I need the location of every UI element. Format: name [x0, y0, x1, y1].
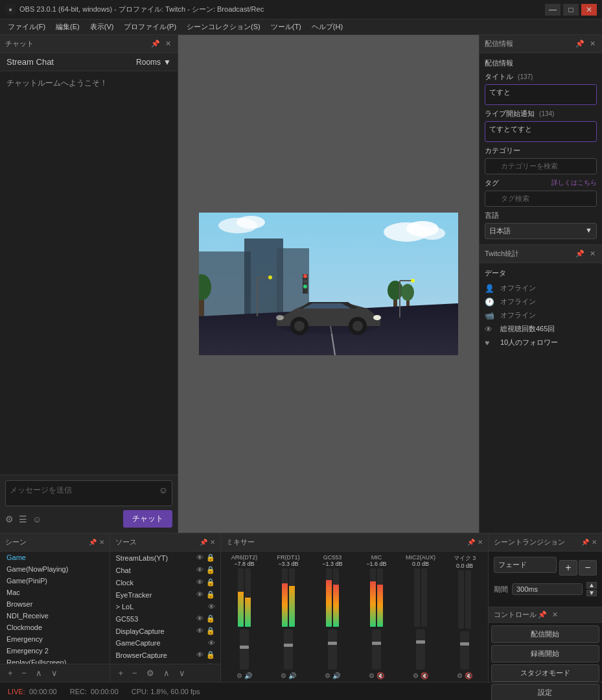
scene-item-replayfullscreen[interactable]: Replay(Fullscreen)	[0, 657, 110, 664]
ch4-fader[interactable]	[372, 629, 381, 670]
menu-help[interactable]: ヘルプ(H)	[307, 19, 348, 34]
stream-chat-tab[interactable]: Stream Chat	[6, 57, 54, 67]
source-lock-icon[interactable]: 🔒	[206, 554, 215, 562]
control-pin-icon[interactable]: 📌	[537, 611, 548, 619]
ch6-settings-icon[interactable]: ⚙	[457, 672, 463, 679]
ch5-mute-icon[interactable]: 🔇	[421, 672, 428, 679]
menu-view[interactable]: 表示(V)	[85, 19, 119, 34]
close-button[interactable]: ✕	[581, 4, 597, 16]
stream-info-close-icon[interactable]: ✕	[588, 40, 597, 48]
source-item-lol[interactable]: > LoL 👁	[110, 601, 220, 612]
scenes-pin-icon[interactable]: 📌	[89, 539, 97, 546]
tag-detail-link[interactable]: 詳しくはこちら	[551, 178, 597, 187]
category-search-input[interactable]: カテゴリーを検索	[485, 158, 597, 174]
start-stream-button[interactable]: 配信開始	[491, 625, 599, 643]
source-lock-icon-bc[interactable]: 🔒	[206, 651, 215, 659]
ch4-mute-icon[interactable]: 🔇	[376, 672, 384, 679]
duration-up-button[interactable]: ▲	[586, 582, 597, 589]
duration-down-button[interactable]: ▼	[586, 590, 597, 596]
chat-pin-button[interactable]: 📌	[150, 40, 161, 48]
source-eye-icon-chat[interactable]: 👁	[196, 566, 203, 574]
ch3-settings-icon[interactable]: ⚙	[325, 672, 330, 679]
source-item-eyetracker[interactable]: EyeTracker 👁 🔒	[110, 589, 220, 601]
transition-remove-button[interactable]: −	[579, 560, 597, 576]
source-item-browser[interactable]: BrowserCapture 👁 🔒	[110, 649, 220, 661]
sources-settings-button[interactable]: ⚙	[144, 667, 157, 679]
control-close-icon[interactable]: ✕	[551, 611, 559, 619]
source-eye-icon-gc[interactable]: 👁	[196, 614, 203, 623]
scene-item-ndireceive[interactable]: NDI_Receive	[0, 610, 110, 622]
source-eye-icon-lol[interactable]: 👁	[208, 603, 215, 611]
notif-input[interactable]: てすとてすと	[485, 121, 597, 142]
transition-add-button[interactable]: +	[559, 560, 577, 576]
stats-close-icon[interactable]: ✕	[588, 250, 597, 258]
scene-item-clockmode[interactable]: Clockmode	[0, 622, 110, 633]
source-eye-icon-et[interactable]: 👁	[196, 590, 203, 599]
ch6-fader[interactable]	[460, 631, 469, 670]
chat-send-button[interactable]: チャット	[123, 510, 172, 528]
language-select[interactable]: 日本語 ▼	[485, 223, 597, 239]
sources-up-button[interactable]: ∧	[161, 667, 172, 679]
ch6-mute-icon[interactable]: 🔇	[465, 672, 472, 679]
transitions-pin-icon[interactable]: 📌	[581, 539, 589, 546]
sources-add-button[interactable]: +	[115, 667, 126, 679]
source-item-clock[interactable]: Clock 👁 🔒	[110, 576, 220, 589]
ch3-fader[interactable]	[328, 629, 337, 670]
scenes-down-button[interactable]: ∨	[49, 667, 60, 679]
transitions-close-icon[interactable]: ✕	[592, 539, 597, 546]
tag-search-input[interactable]: タグ検索	[485, 191, 597, 207]
source-lock-icon-et[interactable]: 🔒	[206, 590, 215, 599]
scenes-remove-button[interactable]: −	[19, 667, 30, 679]
ch2-fader[interactable]	[284, 629, 293, 670]
smiley-icon[interactable]: ☺	[32, 514, 41, 524]
chat-close-button[interactable]: ✕	[164, 40, 172, 48]
source-item-display[interactable]: DisplayCapture 👁 🔒	[110, 625, 220, 637]
stats-pin-icon[interactable]: 📌	[574, 250, 586, 258]
source-lock-icon-chat[interactable]: 🔒	[206, 566, 215, 574]
emoji-button[interactable]: ☺	[159, 485, 168, 495]
scene-item-gamenowplaying[interactable]: Game(NowPlaying)	[0, 563, 110, 575]
ch5-fader[interactable]	[416, 629, 425, 670]
ch1-volume-icon[interactable]: 🔊	[244, 672, 252, 679]
source-item-gc553[interactable]: GC553 👁 🔒	[110, 612, 220, 625]
start-recording-button[interactable]: 録画開始	[491, 645, 599, 662]
scene-item-mac[interactable]: Mac	[0, 587, 110, 598]
title-input[interactable]: てすと	[485, 84, 597, 105]
ch4-settings-icon[interactable]: ⚙	[369, 672, 375, 679]
maximize-button[interactable]: □	[563, 4, 579, 16]
duration-input[interactable]: 300ms	[512, 583, 583, 595]
ch2-volume-icon[interactable]: 🔊	[288, 672, 296, 679]
scenes-add-button[interactable]: +	[5, 667, 16, 679]
menu-tools[interactable]: ツール(T)	[266, 19, 307, 34]
source-lock-icon-gc[interactable]: 🔒	[206, 614, 215, 623]
source-eye-icon-clock[interactable]: 👁	[196, 578, 203, 587]
ch2-settings-icon[interactable]: ⚙	[281, 672, 286, 679]
ch3-volume-icon[interactable]: 🔊	[332, 672, 340, 679]
list-icon[interactable]: ☰	[19, 514, 27, 524]
mixer-pin-icon[interactable]: 📌	[467, 539, 475, 546]
scene-item-emergency[interactable]: Emergency	[0, 633, 110, 645]
menu-file[interactable]: ファイル(F)	[3, 19, 51, 34]
source-item-game[interactable]: GameCapture 👁	[110, 637, 220, 649]
source-eye-icon-bc[interactable]: 👁	[196, 651, 203, 659]
chat-input-box[interactable]: メッセージを送信 ☺	[5, 480, 172, 506]
source-eye-icon-dc[interactable]: 👁	[196, 627, 203, 635]
minimize-button[interactable]: —	[545, 4, 561, 16]
scene-item-browser[interactable]: Browser	[0, 598, 110, 610]
sources-remove-button[interactable]: −	[130, 667, 140, 679]
stream-info-pin-icon[interactable]: 📌	[574, 40, 586, 48]
scene-item-game[interactable]: Game	[0, 552, 110, 563]
source-eye-icon-gm[interactable]: 👁	[208, 639, 215, 647]
sources-close-icon[interactable]: ✕	[210, 539, 215, 546]
studio-mode-button[interactable]: スタジオモード	[491, 664, 599, 682]
rooms-button[interactable]: Rooms ▼	[136, 58, 171, 67]
source-item-streamlabs[interactable]: StreamLabs(YT) 👁 🔒	[110, 552, 220, 564]
mixer-close-icon[interactable]: ✕	[478, 539, 483, 546]
scenes-up-button[interactable]: ∧	[33, 667, 45, 679]
settings-icon[interactable]: ⚙	[5, 514, 14, 524]
menu-edit[interactable]: 編集(E)	[51, 19, 85, 34]
source-item-chat[interactable]: Chat 👁 🔒	[110, 564, 220, 576]
scene-item-emergency2[interactable]: Emergency 2	[0, 645, 110, 657]
source-lock-icon-dc[interactable]: 🔒	[206, 627, 215, 635]
transition-type-select[interactable]: フェード	[494, 557, 557, 573]
